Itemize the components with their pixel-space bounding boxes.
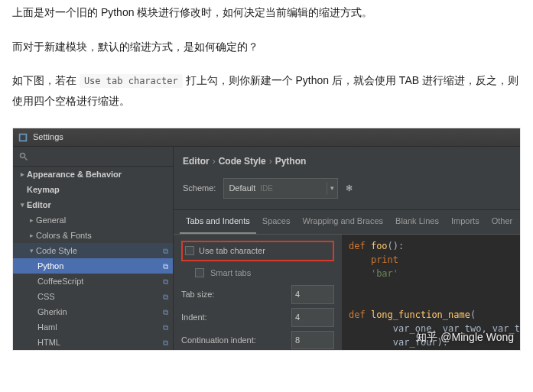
tab-spaces[interactable]: Spaces [256,210,297,234]
sidebar-item-codestyle[interactable]: ▾Code Style⧉ [13,243,173,258]
sidebar-item-appearance[interactable]: ▸Appearance & Behavior [13,167,173,182]
article-paragraph-3: 如下图，若在 Use tab character 打上勾，则你新建一个 Pyth… [12,70,521,111]
use-tab-checkbox[interactable] [185,246,194,255]
tab-tabs-indents[interactable]: Tabs and Indents [180,210,256,234]
tab-imports[interactable]: Imports [445,210,486,234]
smart-tabs-label: Smart tabs [210,265,251,281]
sidebar-item-css[interactable]: CSS⧉ [13,289,173,304]
inline-code: Use tab character [80,74,183,88]
tab-blank-lines[interactable]: Blank Lines [389,210,445,234]
tabs: Tabs and Indents Spaces Wrapping and Bra… [174,209,520,235]
window-title: Settings [33,129,63,145]
copy-icon: ⧉ [163,244,168,258]
sidebar-item-editor[interactable]: ▾Editor [13,197,173,212]
svg-line-3 [25,157,28,160]
sidebar-item-html[interactable]: HTML⧉ [13,335,173,350]
gear-icon[interactable]: ✻ [346,180,353,196]
tab-size-label: Tab size: [181,287,214,303]
sidebar-item-python[interactable]: Python⧉ [13,258,173,274]
cont-indent-field[interactable]: 8 [291,331,334,350]
copy-icon: ⧉ [163,320,168,335]
sidebar-item-haml[interactable]: Haml⧉ [13,319,173,335]
tab-wrapping[interactable]: Wrapping and Braces [297,210,390,234]
search-input[interactable] [13,147,173,167]
tab-size-field[interactable]: 4 [291,285,334,304]
watermark: 知乎 @Mingle Wong [416,327,514,348]
sidebar-tree: ▸Appearance & Behavior Keymap ▾Editor ▸G… [13,167,173,350]
tab-other[interactable]: Other [486,210,519,234]
search-icon [19,152,28,161]
article-paragraph-1: 上面是对一个旧的 Python 模块进行修改时，如何决定当前编辑的缩进方式。 [12,2,521,23]
indent-label: Indent: [181,309,207,326]
use-tab-label: Use tab character [199,243,265,259]
copy-icon: ⧉ [163,259,168,274]
indent-field[interactable]: 4 [291,308,334,327]
copy-icon: ⧉ [163,274,168,289]
sidebar-item-coffeescript[interactable]: CoffeeScript⧉ [13,274,173,289]
settings-icon [18,132,28,143]
scheme-label: Scheme: [183,180,216,196]
article-paragraph-2: 而对于新建模块，默认的缩进方式，是如何确定的？ [12,37,521,57]
copy-icon: ⧉ [163,335,168,350]
sidebar-item-gherkin[interactable]: Gherkin⧉ [13,304,173,319]
use-tab-highlight: Use tab character [181,241,334,261]
sidebar-item-general[interactable]: ▸General [13,212,173,228]
sidebar-item-colors[interactable]: ▸Colors & Fonts [13,228,173,243]
chevron-down-icon: ▾ [327,182,334,195]
breadcrumb: Editor›Code Style›Python [174,147,520,175]
svg-point-2 [21,153,25,157]
svg-rect-1 [21,134,26,140]
window-titlebar: Settings [13,128,520,147]
copy-icon: ⧉ [163,290,168,304]
sidebar-item-keymap[interactable]: Keymap [13,182,173,197]
options-panel: Use tab character Smart tabs Tab size: 4… [174,235,342,350]
scheme-select[interactable]: Default IDE ▾ [223,178,338,199]
sidebar: ▸Appearance & Behavior Keymap ▾Editor ▸G… [13,147,174,350]
cont-indent-label: Continuation indent: [181,332,256,348]
copy-icon: ⧉ [163,305,168,319]
settings-screenshot: Settings ▸Appearance & Behavior Keymap ▾… [12,128,521,351]
smart-tabs-checkbox[interactable] [195,268,204,277]
